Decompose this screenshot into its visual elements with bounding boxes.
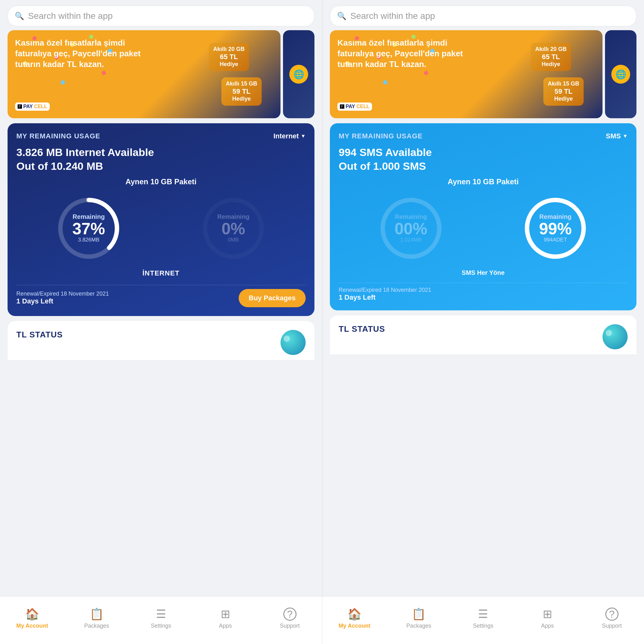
circle-percent-right: 99% xyxy=(539,220,572,237)
usage-card-left: MY REMAINING USAGE Internet ▼ 3.826 MB I… xyxy=(8,123,314,316)
circle-percent-left: 37% xyxy=(72,220,105,237)
main-circle-right: Remaining 99% 994ADET xyxy=(521,194,590,263)
tl-title-left: TL STATUS xyxy=(16,330,63,340)
turkcell-logo-left: 🌐 xyxy=(289,65,308,84)
circles-row-right: Remaining 00% 1.024MB Remaining 99% 994A… xyxy=(339,194,628,263)
circles-row-left: Remaining 37% 3.826MB Remaining 0% 0MB xyxy=(16,194,306,263)
ghost-percent-left: 0% xyxy=(217,220,249,237)
usage-type-dropdown-left[interactable]: Internet ▼ xyxy=(273,132,306,140)
banner-side-peek-left: 🌐 xyxy=(283,30,314,118)
main-circle-left: Remaining 37% 3.826MB xyxy=(54,194,123,263)
home-icon-right: 🏠 xyxy=(347,608,362,621)
banner-pill2-left: Akıllı 15 GB 59 TL Hediye xyxy=(221,77,262,106)
search-bar-left: 🔍 Search within the app xyxy=(0,0,322,30)
ghost-circle-right: Remaining 00% 1.024MB xyxy=(376,194,446,263)
usage-total-left: Out of 10.240 MB xyxy=(16,160,306,172)
tl-card-right: TL STATUS xyxy=(330,315,636,354)
search-placeholder-right: Search within the app xyxy=(350,11,435,21)
right-panel: 🔍 Search within the app Kasıma özel fırs… xyxy=(322,0,644,644)
bottom-nav-right: 🏠 My Account 📋 Packages ☰ Settings ⊞ App… xyxy=(322,596,644,644)
usage-card-right: MY REMAINING USAGE SMS ▼ 994 SMS Availab… xyxy=(330,123,636,310)
package-name-right: Aynen 10 GB Paketi xyxy=(339,177,628,186)
nav-label-settings-right: Settings xyxy=(473,623,493,629)
buy-packages-button-left[interactable]: Buy Packages xyxy=(239,289,306,307)
sms-label-right: SMS Her Yöne xyxy=(339,269,628,276)
usage-title-right: MY REMAINING USAGE xyxy=(339,132,423,140)
turkcell-logo-right: 🌐 xyxy=(611,65,630,84)
bottom-nav-left: 🏠 My Account 📋 Packages ☰ Settings ⊞ App… xyxy=(0,596,322,644)
nav-label-account-left: My Account xyxy=(16,623,48,629)
nav-my-account-right[interactable]: 🏠 My Account xyxy=(322,597,387,640)
tl-card-left: TL STATUS xyxy=(8,321,314,360)
packages-icon-right: 📋 xyxy=(412,608,426,621)
nav-label-packages-left: Packages xyxy=(84,623,109,629)
ghost-sub-left: 0MB xyxy=(217,237,249,243)
apps-icon-right: ⊞ xyxy=(543,608,552,621)
nav-label-account-right: My Account xyxy=(339,623,370,629)
left-panel: 🔍 Search within the app Kasıma özel fırs… xyxy=(0,0,322,644)
banner-logo-left: 🅿 PAY CELL xyxy=(15,103,50,111)
banner-pill2-right: Akıllı 15 GB 59 TL Hediye xyxy=(543,77,584,106)
banner-side-peek-right: 🌐 xyxy=(605,30,636,118)
package-name-left: Aynen 10 GB Paketi xyxy=(16,177,306,186)
ghost-circle-left: Remaining 0% 0MB xyxy=(199,194,268,263)
nav-settings-right[interactable]: ☰ Settings xyxy=(451,597,515,640)
settings-icon-left: ☰ xyxy=(156,608,166,621)
apps-icon-left: ⊞ xyxy=(221,608,230,621)
nav-apps-left[interactable]: ⊞ Apps xyxy=(193,597,258,640)
nav-packages-right[interactable]: 📋 Packages xyxy=(387,597,451,640)
usage-available-right: 994 SMS Available xyxy=(339,146,628,159)
banner-card-left[interactable]: Kasıma özel fırsatlarla şimdi faturalıya… xyxy=(8,30,280,118)
tl-title-right: TL STATUS xyxy=(339,324,385,334)
usage-header-left: MY REMAINING USAGE Internet ▼ xyxy=(16,132,306,140)
circle-sub-left: 3.826MB xyxy=(72,237,105,243)
packages-icon-left: 📋 xyxy=(90,608,104,621)
usage-type-dropdown-right[interactable]: SMS ▼ xyxy=(606,132,628,140)
tl-globe-left xyxy=(280,330,306,355)
type-label-left: İNTERNET xyxy=(16,269,306,277)
nav-label-apps-right: Apps xyxy=(541,623,554,629)
nav-label-packages-right: Packages xyxy=(406,623,431,629)
banner-area-right: Kasıma özel fırsatlarla şimdi faturalıya… xyxy=(322,30,644,123)
ghost-sub-right: 1.024MB xyxy=(395,237,427,243)
chevron-icon-right: ▼ xyxy=(623,133,628,139)
settings-icon-right: ☰ xyxy=(478,608,488,621)
circle-sub-right: 994ADET xyxy=(539,237,572,243)
support-icon-left: ? xyxy=(283,608,297,621)
renewal-info-right: Renewal/Expired 18 November 2021 1 Days … xyxy=(339,287,431,302)
nav-settings-left[interactable]: ☰ Settings xyxy=(129,597,193,640)
search-placeholder-left: Search within the app xyxy=(28,11,113,21)
nav-label-support-left: Support xyxy=(280,623,300,629)
banner-area-left: Kasıma özel fırsatlarla şimdi faturalıya… xyxy=(0,30,322,123)
usage-footer-left: Renewal/Expired 18 November 2021 1 Days … xyxy=(16,285,306,307)
search-bar-right: 🔍 Search within the app xyxy=(322,0,644,30)
banner-logo-right: 🅿 PAY CELL xyxy=(337,103,372,111)
search-icon-left: 🔍 xyxy=(15,12,24,20)
nav-packages-left[interactable]: 📋 Packages xyxy=(64,597,129,640)
banner-text-left: Kasıma özel fırsatlarla şimdi faturalıya… xyxy=(15,38,273,69)
banner-text-right: Kasıma özel fırsatlarla şimdi faturalıya… xyxy=(337,38,595,69)
search-icon-right: 🔍 xyxy=(337,12,347,20)
nav-label-support-right: Support xyxy=(602,623,622,629)
nav-support-left[interactable]: ? Support xyxy=(258,597,322,640)
usage-footer-right: Renewal/Expired 18 November 2021 1 Days … xyxy=(339,283,628,302)
banner-title-right: Kasıma özel fırsatlarla şimdi faturalıya… xyxy=(337,38,479,69)
tl-globe-right xyxy=(602,324,628,349)
chevron-icon-left: ▼ xyxy=(301,133,306,139)
search-input-right[interactable]: 🔍 Search within the app xyxy=(330,6,636,26)
usage-header-right: MY REMAINING USAGE SMS ▼ xyxy=(339,132,628,140)
support-icon-right: ? xyxy=(605,608,619,621)
nav-support-right[interactable]: ? Support xyxy=(580,597,644,640)
renewal-info-left: Renewal/Expired 18 November 2021 1 Days … xyxy=(16,291,109,305)
nav-my-account-left[interactable]: 🏠 My Account xyxy=(0,597,64,640)
banner-card-right[interactable]: Kasıma özel fırsatlarla şimdi faturalıya… xyxy=(330,30,602,118)
usage-available-left: 3.826 MB Internet Available xyxy=(16,146,306,159)
home-icon-left: 🏠 xyxy=(25,608,39,621)
banner-title-left: Kasıma özel fırsatlarla şimdi faturalıya… xyxy=(15,38,157,69)
nav-label-apps-left: Apps xyxy=(219,623,232,629)
ghost-percent-right: 00% xyxy=(395,220,427,237)
search-input-left[interactable]: 🔍 Search within the app xyxy=(8,6,314,26)
usage-title-left: MY REMAINING USAGE xyxy=(16,132,100,140)
nav-apps-right[interactable]: ⊞ Apps xyxy=(515,597,580,640)
nav-label-settings-left: Settings xyxy=(151,623,171,629)
